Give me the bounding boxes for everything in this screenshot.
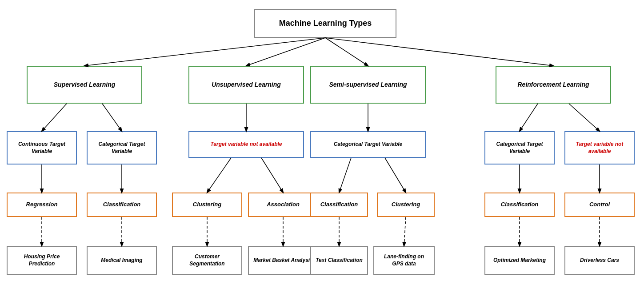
node-clustering-unsup: Clustering: [172, 193, 242, 217]
node-continuous: Continuous Target Variable: [7, 131, 77, 165]
node-driverless: Driverless Cars: [564, 246, 635, 275]
node-target-not-avail-unsup: Target variable not available: [188, 131, 304, 158]
svg-line-12: [520, 104, 538, 131]
node-classification-semi: Classification: [310, 193, 368, 217]
node-text-class: Text Classification: [310, 246, 368, 275]
housing-label: Housing Price Prediction: [12, 253, 72, 267]
svg-line-7: [207, 158, 231, 193]
association-label: Association: [267, 201, 300, 209]
node-medical: Medical Imaging: [87, 246, 157, 275]
node-categorical-semi: Categorical Target Variable: [310, 131, 426, 158]
node-categorical-sup: Categorical Target Variable: [87, 131, 157, 165]
svg-line-23: [404, 217, 406, 246]
customer-label: Customer Segmentation: [177, 253, 237, 267]
supervised-label: Supervised Learning: [54, 80, 115, 88]
node-optimized: Optimized Marketing: [484, 246, 555, 275]
svg-line-11: [385, 158, 406, 193]
node-market: Market Basket Analysis: [248, 246, 318, 275]
svg-line-5: [102, 104, 122, 131]
classification-semi-label: Classification: [320, 201, 358, 209]
svg-line-10: [339, 158, 351, 193]
node-semi: Semi-supervised Learning: [310, 66, 426, 104]
node-customer: Customer Segmentation: [172, 246, 242, 275]
market-label: Market Basket Analysis: [253, 257, 313, 264]
node-regression: Regression: [7, 193, 77, 217]
continuous-label: Continuous Target Variable: [12, 141, 72, 155]
node-target-not-avail-reinf: Target variable not available: [564, 131, 635, 165]
node-association: Association: [248, 193, 318, 217]
clustering-unsup-label: Clustering: [193, 201, 221, 209]
optimized-label: Optimized Marketing: [493, 257, 546, 264]
svg-line-3: [325, 38, 553, 66]
driverless-label: Driverless Cars: [580, 257, 619, 264]
text-class-label: Text Classification: [316, 257, 363, 264]
svg-line-8: [261, 158, 283, 193]
target-not-avail-unsup-label: Target variable not available: [211, 141, 282, 148]
svg-line-0: [84, 38, 325, 66]
categorical-reinf-label: Categorical Target Variable: [490, 141, 549, 155]
regression-label: Regression: [26, 201, 58, 209]
svg-line-1: [246, 38, 325, 66]
svg-line-4: [42, 104, 67, 131]
node-classification-reinf: Classification: [484, 193, 555, 217]
node-supervised: Supervised Learning: [27, 66, 142, 104]
lane-label: Lane-finding on GPS data: [379, 253, 429, 267]
node-control: Control: [564, 193, 635, 217]
clustering-semi-label: Clustering: [392, 201, 420, 209]
target-not-avail-reinf-label: Target variable not available: [570, 141, 629, 155]
node-classification-sup: Classification: [87, 193, 157, 217]
svg-line-13: [569, 104, 600, 131]
medical-label: Medical Imaging: [101, 257, 142, 264]
semi-label: Semi-supervised Learning: [329, 80, 407, 88]
node-unsupervised: Unsupervised Learning: [188, 66, 304, 104]
node-clustering-semi: Clustering: [377, 193, 435, 217]
node-root: Machine Learning Types: [254, 9, 396, 38]
root-label: Machine Learning Types: [279, 18, 372, 28]
node-reinforcement: Reinforcement Learning: [496, 66, 611, 104]
classification-reinf-label: Classification: [501, 201, 539, 209]
ml-diagram: Machine Learning Types Supervised Learni…: [0, 0, 644, 281]
unsupervised-label: Unsupervised Learning: [212, 80, 281, 88]
node-lane: Lane-finding on GPS data: [373, 246, 435, 275]
node-housing: Housing Price Prediction: [7, 246, 77, 275]
reinforcement-label: Reinforcement Learning: [517, 80, 589, 88]
svg-line-2: [325, 38, 368, 66]
control-label: Control: [589, 201, 610, 209]
categorical-sup-label: Categorical Target Variable: [92, 141, 152, 155]
categorical-semi-label: Categorical Target Variable: [334, 141, 403, 148]
classification-sup-label: Classification: [103, 201, 141, 209]
node-categorical-reinf: Categorical Target Variable: [484, 131, 555, 165]
